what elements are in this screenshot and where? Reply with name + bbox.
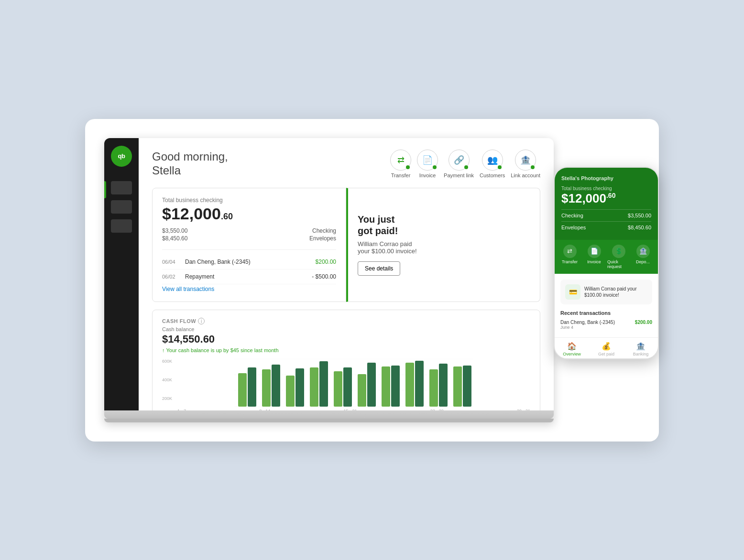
page-container: qb Goo — [85, 119, 659, 442]
transfer-label: Transfer — [391, 172, 411, 178]
invoice-dot — [433, 165, 437, 169]
banking-nav-icon: 🏦 — [636, 342, 646, 351]
payment-link-icon: 🔗 — [449, 150, 470, 171]
svg-rect-19 — [415, 361, 424, 407]
cashflow-header: CASH FLOW i — [162, 318, 530, 324]
get-paid-nav-label: Get paid — [598, 352, 614, 356]
phone-nav-banking[interactable]: 🏦 Banking — [624, 342, 658, 356]
phone-paid-text: William Corrao paid your $100.00 invoice… — [584, 286, 647, 298]
cashflow-amount: $14,550.60 — [162, 333, 530, 345]
phone-device: Stella's Photography Total business chec… — [554, 167, 659, 359]
phone-balance-main: $12,000 — [561, 191, 606, 205]
txn2-desc: Repayment — [181, 273, 312, 280]
paid-card: You justgot paid! William Corrao paidyou… — [346, 188, 540, 302]
x-label-8-14: 8 - 14 — [259, 409, 270, 410]
up-arrow-icon: ↑ — [162, 347, 165, 353]
y-label-400k: 400K — [162, 377, 172, 382]
txn1-date: 06/04 — [162, 259, 181, 265]
sidebar-nav-item-1[interactable] — [111, 181, 132, 194]
phone-deposit-label: Depo... — [636, 259, 650, 264]
envelopes-row: $8,450.60 Envelopes — [162, 235, 336, 242]
cashflow-balance-label: Cash balance — [162, 326, 530, 332]
sidebar-nav — [104, 181, 139, 233]
quick-action-transfer[interactable]: ⇄ Transfer — [390, 150, 411, 178]
svg-rect-7 — [272, 365, 280, 407]
phone-action-quick-request[interactable]: 💲 Quick request — [607, 245, 630, 269]
svg-rect-14 — [358, 374, 366, 407]
header: Good morning, Stella ⇄ Transfer — [152, 150, 540, 178]
laptop-stand — [104, 419, 554, 422]
phone-invoice-label: Invoice — [587, 259, 601, 264]
link-account-icon: 🏦 — [515, 150, 536, 171]
chart-y-labels: 600K 400K 200K 0 — [162, 359, 172, 410]
txn1-amount: $200.00 — [316, 258, 336, 265]
balance-card: Total business checking $12,000.60 $3,55… — [152, 188, 346, 302]
phone-action-deposit[interactable]: 🏦 Depo... — [632, 245, 654, 269]
sidebar-logo[interactable]: qb — [111, 146, 132, 167]
checking-amount: $3,550.00 — [162, 227, 187, 234]
see-details-button[interactable]: See details — [358, 261, 400, 276]
customers-dot — [498, 165, 502, 169]
transaction-row-1: 06/04 Dan Cheng, Bank (-2345) $200.00 — [162, 255, 336, 269]
view-all-transactions-link[interactable]: View all transactions — [162, 286, 214, 292]
cashflow-info-icon[interactable]: i — [198, 318, 205, 324]
phone-txn-date: June 4 — [560, 325, 615, 330]
phone-action-transfer[interactable]: ⇄ Transfer — [558, 245, 581, 269]
phone-nav-overview[interactable]: 🏠 Overview — [555, 342, 589, 356]
sidebar: qb — [104, 138, 139, 410]
invoice-label: Invoice — [419, 172, 436, 178]
chart-wrapper: 600K 400K 200K 0 — [162, 359, 530, 410]
quick-action-customers[interactable]: 👥 Customers — [480, 150, 505, 178]
overview-nav-label: Overview — [563, 352, 581, 356]
cashflow-section: CASH FLOW i Cash balance $14,550.60 ↑ Yo… — [152, 310, 540, 410]
svg-rect-18 — [405, 363, 414, 407]
sidebar-nav-item-3[interactable] — [111, 219, 132, 233]
overview-nav-icon: 🏠 — [567, 342, 577, 351]
svg-rect-13 — [343, 367, 352, 407]
quick-action-payment-link[interactable]: 🔗 Payment link — [444, 150, 474, 178]
txn2-amount: - $500.00 — [312, 273, 336, 280]
customers-label: Customers — [480, 172, 505, 178]
paid-title: You justgot paid! — [358, 214, 530, 237]
phone-deposit-icon: 🏦 — [636, 245, 650, 258]
phone-txn-desc: Dan Cheng, Bank (-2345) — [560, 320, 615, 325]
phone-balance-cents: .60 — [606, 192, 615, 199]
laptop-device: qb Goo — [104, 138, 554, 422]
svg-rect-6 — [262, 369, 271, 407]
svg-rect-15 — [367, 363, 376, 407]
phone-txn-amount: $200.00 — [635, 320, 652, 325]
sidebar-nav-item-2[interactable] — [111, 200, 132, 214]
payment-link-label: Payment link — [444, 172, 474, 178]
svg-rect-5 — [248, 367, 256, 407]
laptop-base — [104, 410, 554, 419]
link-account-dot — [531, 165, 535, 169]
svg-rect-8 — [286, 376, 295, 407]
sidebar-logo-text: qb — [118, 152, 125, 160]
transaction-row-2: 06/02 Repayment - $500.00 — [162, 269, 336, 284]
customers-icon: 👥 — [482, 150, 503, 171]
link-account-label: Link account — [511, 172, 540, 178]
device-container: qb Goo — [104, 138, 640, 422]
phone-bottom-nav: 🏠 Overview 💰 Get paid 🏦 Banking — [555, 337, 658, 358]
svg-rect-17 — [391, 366, 400, 407]
phone-invoice-icon: 📄 — [588, 245, 601, 258]
envelopes-label: Envelopes — [309, 235, 336, 242]
svg-rect-20 — [429, 369, 438, 407]
phone-quick-request-icon: 💲 — [612, 245, 625, 258]
get-paid-nav-icon: 💰 — [602, 342, 611, 351]
balance-label: Total business checking — [162, 197, 336, 204]
phone-balance-amount: $12,000.60 — [561, 192, 651, 205]
phone-balance-label: Total business checking — [561, 186, 651, 191]
phone-nav-get-paid[interactable]: 💰 Get paid — [589, 342, 624, 356]
quick-action-invoice[interactable]: 📄 Invoice — [417, 150, 438, 178]
envelopes-amount: $8,450.60 — [162, 235, 187, 242]
svg-rect-11 — [319, 361, 328, 407]
phone-transaction-row-1: Dan Cheng, Bank (-2345) June 4 $200.00 — [560, 320, 652, 330]
phone-checking-amount: $3,550.00 — [628, 213, 651, 218]
phone-action-invoice[interactable]: 📄 Invoice — [583, 245, 605, 269]
quick-action-link-account[interactable]: 🏦 Link account — [511, 150, 540, 178]
transfer-dot — [406, 165, 410, 169]
x-label-15-21: 15 - 21 — [343, 409, 357, 410]
greeting-text: Good morning, — [152, 150, 228, 163]
paid-subtitle: William Corrao paidyour $100.00 invoice! — [358, 240, 530, 255]
